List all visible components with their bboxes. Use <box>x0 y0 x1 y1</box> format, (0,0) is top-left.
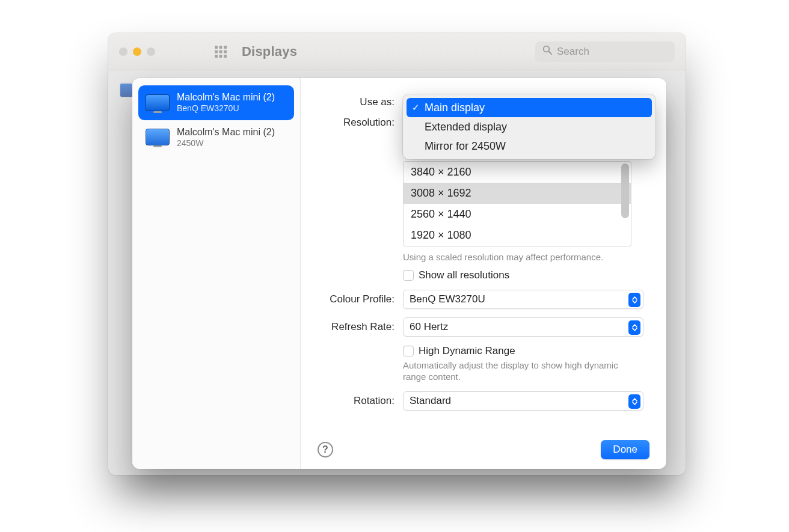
show-all-icon[interactable] <box>214 45 227 58</box>
sidebar-display-1[interactable]: Malcolm's Mac mini (2) 2450W <box>138 120 294 155</box>
colour-profile-value: BenQ EW3270U <box>410 293 485 305</box>
search-placeholder: Search <box>557 46 589 58</box>
scrollbar[interactable] <box>621 164 629 218</box>
rotation-select[interactable]: Standard <box>403 391 643 411</box>
colour-profile-select[interactable]: BenQ EW3270U <box>403 290 643 309</box>
hdr-checkbox[interactable] <box>403 346 414 356</box>
svg-rect-5 <box>224 50 227 53</box>
colour-profile-label: Colour Profile: <box>319 290 403 305</box>
minimize-button[interactable] <box>133 47 141 56</box>
zoom-button[interactable] <box>147 47 155 56</box>
svg-rect-6 <box>215 55 218 58</box>
sidebar-display-name: Malcolm's Mac mini (2) <box>177 91 275 103</box>
resolution-label: Resolution: <box>319 113 403 129</box>
sidebar-display-0[interactable]: Malcolm's Mac mini (2) BenQ EW3270U <box>138 85 294 120</box>
refresh-rate-value: 60 Hertz <box>410 321 448 333</box>
svg-point-9 <box>544 46 550 52</box>
chevron-updown-icon <box>628 394 640 409</box>
resolution-option[interactable]: 3840 × 2160 <box>404 162 631 183</box>
resolution-option[interactable]: 3008 × 1692 <box>404 183 631 204</box>
monitor-icon <box>146 94 170 111</box>
close-button[interactable] <box>119 47 127 56</box>
refresh-rate-select[interactable]: 60 Hertz <box>403 317 643 337</box>
resolution-option[interactable]: 1920 × 1080 <box>404 225 631 246</box>
show-all-resolutions-checkbox[interactable] <box>403 270 414 281</box>
use-as-option[interactable]: Extended display <box>407 117 652 136</box>
show-all-resolutions-label: Show all resolutions <box>419 269 509 281</box>
resolution-hint: Using a scaled resolution may affect per… <box>403 251 619 263</box>
sidebar-display-sub: BenQ EW3270U <box>177 103 275 114</box>
resolution-list[interactable]: 3840 × 2160 3008 × 1692 2560 × 1440 1920… <box>403 161 631 246</box>
use-as-option[interactable]: Mirror for 2450W <box>407 136 652 156</box>
use-as-label: Use as: <box>319 93 403 108</box>
sidebar-display-sub: 2450W <box>177 138 275 149</box>
sidebar-display-name: Malcolm's Mac mini (2) <box>177 126 275 138</box>
svg-rect-7 <box>220 55 223 58</box>
svg-rect-8 <box>224 55 227 58</box>
rotation-label: Rotation: <box>319 391 403 407</box>
rotation-value: Standard <box>410 395 451 407</box>
svg-rect-1 <box>220 46 223 49</box>
resolution-option[interactable]: 2560 × 1440 <box>404 204 631 225</box>
chevron-updown-icon <box>628 293 640 307</box>
display-sidebar: Malcolm's Mac mini (2) BenQ EW3270U Malc… <box>132 78 301 469</box>
svg-line-10 <box>549 52 552 55</box>
help-button[interactable]: ? <box>318 442 333 457</box>
done-button[interactable]: Done <box>601 440 649 459</box>
refresh-rate-label: Refresh Rate: <box>319 317 403 333</box>
search-icon <box>542 45 552 58</box>
use-as-menu[interactable]: Main display Extended display Mirror for… <box>403 94 655 159</box>
hdr-label: High Dynamic Range <box>419 345 515 357</box>
hdr-description: Automatically adjust the display to show… <box>403 359 619 383</box>
svg-rect-3 <box>215 50 218 53</box>
svg-rect-2 <box>224 46 227 49</box>
svg-rect-0 <box>215 46 218 49</box>
window-title: Displays <box>242 44 297 60</box>
svg-rect-4 <box>220 50 223 53</box>
chevron-updown-icon <box>628 320 640 335</box>
titlebar: Displays Search <box>108 33 686 70</box>
search-field[interactable]: Search <box>535 41 675 62</box>
monitor-icon <box>146 129 170 145</box>
use-as-option[interactable]: Main display <box>407 98 652 117</box>
window-controls <box>119 47 155 56</box>
